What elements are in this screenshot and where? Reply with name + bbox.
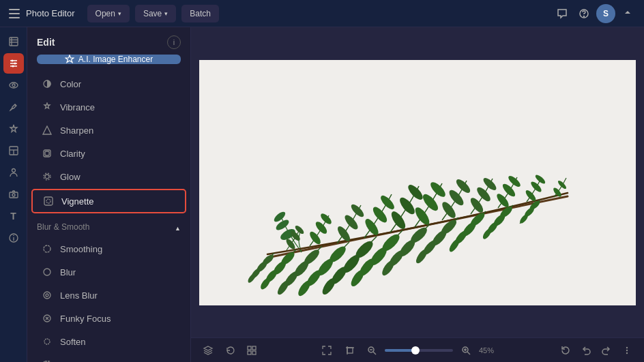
svg-rect-29: [45, 151, 49, 155]
adjustments-tool-button[interactable]: [3, 53, 24, 74]
blur-edges-menu-item[interactable]: Blur Edges: [31, 354, 186, 362]
bottom-bar: 45%: [191, 337, 644, 362]
batch-label: Batch: [190, 9, 211, 18]
redo-button[interactable]: [598, 342, 615, 359]
blur-section-chevron-icon: [175, 221, 181, 233]
panel-info-button[interactable]: i: [167, 35, 181, 49]
zoom-in-button[interactable]: [458, 343, 473, 358]
batch-button[interactable]: Batch: [181, 5, 219, 22]
funky-focus-menu-item[interactable]: Funky Focus: [31, 307, 186, 329]
user-avatar[interactable]: S: [596, 4, 615, 23]
topbar: Photo Editor Open ▾ Save ▾ Batch S: [0, 0, 644, 27]
svg-point-13: [14, 63, 16, 65]
zoom-out-button[interactable]: [364, 343, 379, 358]
layers-tool-button[interactable]: [3, 31, 24, 52]
fit-to-screen-button[interactable]: [318, 342, 336, 359]
effects-tool-button[interactable]: [3, 119, 24, 139]
glow-menu-item[interactable]: Glow: [31, 166, 186, 187]
layers-bottom-button[interactable]: [199, 342, 217, 359]
smoothing-label: Smoothing: [60, 244, 102, 254]
svg-point-137: [626, 352, 628, 353]
save-button[interactable]: Save ▾: [135, 5, 176, 22]
color-label: Color: [60, 79, 81, 89]
lens-blur-menu-item[interactable]: Lens Blur: [31, 284, 186, 306]
rotate-button[interactable]: [557, 342, 574, 359]
comment-button[interactable]: [553, 4, 572, 23]
canvas-area: 45%: [191, 27, 644, 362]
svg-point-30: [45, 175, 49, 179]
blur-edges-label: Blur Edges: [60, 360, 104, 363]
menu-icon[interactable]: [7, 6, 22, 21]
main-area: T Edit i A.I. Image Enhancer: [0, 27, 644, 362]
more-options-button[interactable]: [618, 4, 637, 23]
save-chevron-icon: ▾: [164, 10, 168, 17]
view-tool-button[interactable]: [3, 75, 24, 95]
svg-rect-41: [199, 60, 636, 305]
blur-section-header[interactable]: Blur & Smooth: [27, 214, 190, 237]
text-tool-button[interactable]: T: [3, 206, 24, 226]
ai-enhance-label: A.I. Image Enhancer: [78, 55, 153, 64]
svg-line-129: [373, 352, 376, 355]
vignette-menu-item[interactable]: Vignette: [31, 189, 186, 213]
vibrance-label: Vibrance: [60, 102, 95, 112]
sharpen-icon: [41, 124, 53, 136]
soften-label: Soften: [60, 337, 86, 347]
svg-point-35: [44, 269, 50, 275]
svg-point-23: [12, 194, 15, 196]
zoom-slider[interactable]: [385, 349, 453, 352]
svg-rect-5: [10, 37, 18, 46]
bottom-right-actions: [557, 342, 636, 359]
color-menu-item[interactable]: Color: [31, 73, 186, 95]
svg-point-39: [44, 339, 50, 344]
smoothing-menu-item[interactable]: Smoothing: [31, 238, 186, 260]
clarity-menu-item[interactable]: Clarity: [31, 142, 186, 164]
svg-rect-1: [9, 13, 20, 14]
svg-line-132: [467, 352, 470, 355]
svg-point-135: [626, 346, 628, 348]
soften-icon: [41, 335, 53, 348]
svg-point-4: [584, 16, 585, 16]
svg-point-12: [11, 60, 13, 62]
layout-tool-button[interactable]: [3, 140, 24, 161]
more-action-button[interactable]: [618, 342, 636, 359]
help-button[interactable]: [574, 4, 594, 23]
vignette-label: Vignette: [61, 196, 93, 207]
blur-section-title: Blur & Smooth: [37, 222, 89, 232]
ai-enhance-button[interactable]: A.I. Image Enhancer: [37, 55, 181, 64]
panel-header: Edit i: [27, 27, 190, 55]
svg-point-16: [12, 84, 15, 87]
svg-rect-123: [248, 351, 251, 355]
open-button[interactable]: Open ▾: [87, 5, 130, 22]
funky-focus-icon: [41, 312, 53, 325]
side-panel: Edit i A.I. Image Enhancer Color: [27, 27, 191, 362]
soften-menu-item[interactable]: Soften: [31, 331, 186, 352]
panel-title: Edit: [37, 37, 55, 48]
blur-menu-item[interactable]: Blur: [31, 261, 186, 283]
brush-tool-button[interactable]: [3, 97, 24, 117]
color-icon: [41, 78, 53, 90]
save-label: Save: [143, 9, 162, 18]
crop-fit-button[interactable]: [341, 342, 359, 359]
svg-point-136: [626, 349, 628, 350]
blur-edges-icon: [41, 359, 53, 362]
svg-rect-124: [252, 351, 256, 355]
clarity-icon: [41, 147, 53, 160]
camera-tool-button[interactable]: [3, 184, 24, 205]
vibrance-menu-item[interactable]: Vibrance: [31, 96, 186, 118]
sharpen-menu-item[interactable]: Sharpen: [31, 119, 186, 141]
vignette-icon: [42, 195, 55, 207]
history-button[interactable]: [221, 342, 239, 359]
blur-icon: [41, 266, 53, 278]
lens-blur-label: Lens Blur: [60, 290, 98, 301]
people-tool-button[interactable]: [3, 162, 24, 183]
zoom-controls: 45%: [261, 342, 557, 359]
app-title: Photo Editor: [26, 8, 75, 18]
svg-point-33: [46, 199, 50, 203]
svg-point-15: [10, 82, 18, 88]
grid-view-button[interactable]: [243, 342, 261, 359]
svg-point-36: [44, 292, 50, 299]
undo-button[interactable]: [577, 342, 595, 359]
info-tool-button[interactable]: [3, 228, 24, 248]
vibrance-icon: [41, 101, 53, 113]
canvas-container[interactable]: [191, 27, 644, 337]
